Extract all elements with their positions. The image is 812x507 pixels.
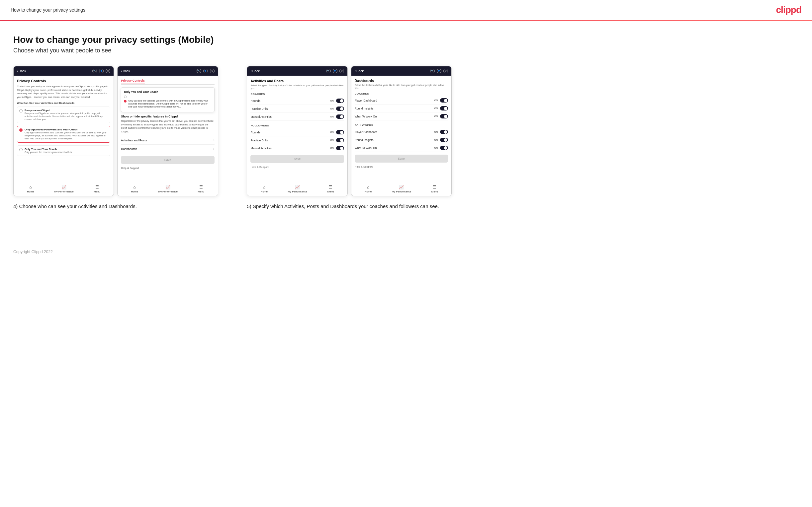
roundins-label-f: Round Insights xyxy=(355,138,373,142)
radio-only-you[interactable]: Only You and Your Coach Only you and the… xyxy=(17,145,110,156)
screen3-icons: 🔍 👤 ⚙ xyxy=(326,69,344,73)
screen1-body: Privacy Controls Control how you and you… xyxy=(14,76,114,182)
person-icon-2[interactable]: 👤 xyxy=(203,69,208,73)
workOn-toggle-f[interactable] xyxy=(440,146,448,150)
followers-header-3: FOLLOWERS xyxy=(250,124,344,127)
screen4-nav-home[interactable]: ⌂ Home xyxy=(365,185,372,193)
screen2-nav-menu[interactable]: ☰ Menu xyxy=(198,185,204,193)
workOn-label-f: What To Work On xyxy=(355,146,377,150)
page-subheading: Choose what you want people to see xyxy=(13,47,452,54)
screen2-save-btn[interactable]: Save xyxy=(121,156,214,164)
rounds-on-f: ON xyxy=(330,131,334,133)
screen3-nav-perf[interactable]: 📈 My Performance xyxy=(288,185,307,193)
search-icon-4[interactable]: 🔍 xyxy=(430,69,435,73)
screen1-desc: Control how you and your data appears to… xyxy=(17,85,110,99)
roundins-label-c: Round Insights xyxy=(355,107,373,110)
tab-bar: Privacy Controls xyxy=(121,79,214,84)
tab-privacy-controls[interactable]: Privacy Controls xyxy=(121,79,145,84)
popup-title: Only You and Your Coach xyxy=(124,90,211,94)
info-text: Regardless of the privacy controls that … xyxy=(121,119,214,133)
rounds-toggle-f[interactable] xyxy=(336,130,344,134)
page-heading: How to change your privacy settings (Mob… xyxy=(13,35,452,45)
screen3-back[interactable]: ‹ Back xyxy=(250,69,260,73)
list-activities-label: Activities and Posts xyxy=(121,139,147,142)
caption-group2-text: 5) Specify which Activities, Posts and D… xyxy=(247,203,452,210)
screen1-nav-perf[interactable]: 📈 My Performance xyxy=(54,185,74,193)
screen2-help: Help & Support xyxy=(121,167,214,170)
drills-toggle-f[interactable] xyxy=(336,138,344,143)
activities-desc: Select the types of activity that you'd … xyxy=(250,84,344,90)
radio-approved[interactable]: Only Approved Followers and Your Coach O… xyxy=(17,126,110,143)
radio-circle-approved xyxy=(19,128,22,132)
menu-icon-3: ☰ xyxy=(329,185,333,189)
screen4-nav-perf[interactable]: 📈 My Performance xyxy=(392,185,411,193)
playerdash-toggle-f[interactable] xyxy=(440,130,448,134)
person-icon[interactable]: 👤 xyxy=(99,69,104,73)
rounds-on-c: ON xyxy=(330,100,334,102)
screen3-help: Help & Support xyxy=(250,166,344,169)
search-icon-2[interactable]: 🔍 xyxy=(197,69,201,73)
playerdash-toggle-c[interactable] xyxy=(440,98,448,103)
screen1-back[interactable]: ‹ Back xyxy=(17,69,26,73)
screen1-nav-home[interactable]: ⌂ Home xyxy=(27,185,34,193)
screen2-nav-menu-label: Menu xyxy=(198,190,204,193)
list-item-dashboards[interactable]: Dashboards › xyxy=(121,145,214,153)
person-icon-3[interactable]: 👤 xyxy=(333,69,338,73)
manual-toggle-f[interactable] xyxy=(336,146,344,150)
caption-group-left: ‹ Back 🔍 👤 ⚙ Privacy Controls Control ho… xyxy=(13,66,218,210)
settings-icon-2[interactable]: ⚙ xyxy=(210,69,214,73)
screen2-topbar: ‹ Back 🔍 👤 ⚙ xyxy=(117,66,217,76)
person-icon-4[interactable]: 👤 xyxy=(437,69,441,73)
screen3-save-btn[interactable]: Save xyxy=(250,155,344,163)
list-item-activities[interactable]: Activities and Posts › xyxy=(121,136,214,145)
settings-icon[interactable]: ⚙ xyxy=(106,69,110,73)
screen2-nav-home[interactable]: ⌂ Home xyxy=(131,185,138,193)
toggle-manual-followers: Manual Activities ON xyxy=(250,144,344,152)
screen3-nav-menu[interactable]: ☰ Menu xyxy=(327,185,334,193)
screen3-nav-home[interactable]: ⌂ Home xyxy=(261,185,268,193)
search-icon[interactable]: 🔍 xyxy=(92,69,97,73)
toggle-manual-coaches: Manual Activities ON xyxy=(250,113,344,121)
toggle-drills-followers: Practice Drills ON xyxy=(250,136,344,144)
drills-toggle-c[interactable] xyxy=(336,107,344,111)
dashboards-title: Dashboards xyxy=(355,79,448,82)
rounds-toggle-c[interactable] xyxy=(336,99,344,103)
toggle-workOn-coaches: What To Work On ON xyxy=(355,112,448,120)
workOn-label-c: What To Work On xyxy=(355,115,377,118)
manual-on-c: ON xyxy=(330,115,334,118)
settings-icon-4[interactable]: ⚙ xyxy=(443,69,448,73)
drills-on-c: ON xyxy=(330,108,334,110)
activities-title: Activities and Posts xyxy=(250,79,344,83)
radio-label-everyone: Everyone on Clippd xyxy=(24,109,108,112)
screen2-nav-perf[interactable]: 📈 My Performance xyxy=(158,185,178,193)
radio-everyone[interactable]: Everyone on Clippd Everyone on Clippd ca… xyxy=(17,107,110,123)
screen3-nav-menu-label: Menu xyxy=(327,190,334,193)
screen1-nav-menu-label: Menu xyxy=(94,190,100,193)
screen4-help: Help & Support xyxy=(355,165,448,168)
menu-icon-2: ☰ xyxy=(199,185,203,189)
home-icon: ⌂ xyxy=(29,185,32,189)
toggle-rounds-followers: Rounds ON xyxy=(250,128,344,136)
manual-toggle-c[interactable] xyxy=(336,114,344,119)
screen2-nav-perf-label: My Performance xyxy=(158,190,178,193)
menu-icon-4: ☰ xyxy=(433,185,437,189)
search-icon-3[interactable]: 🔍 xyxy=(326,69,331,73)
screen4-save-btn[interactable]: Save xyxy=(355,155,448,163)
screen4-back[interactable]: ‹ Back xyxy=(355,69,364,73)
chart-icon: 📈 xyxy=(61,185,66,189)
screen3-nav-perf-label: My Performance xyxy=(288,190,307,193)
toggle-workOn-followers: What To Work On ON xyxy=(355,144,448,152)
screen1-nav-menu[interactable]: ☰ Menu xyxy=(94,185,100,193)
info-title: Show or hide specific features in Clippd xyxy=(121,115,214,118)
manual-label-c: Manual Activities xyxy=(250,115,271,118)
screen4-nav-menu[interactable]: ☰ Menu xyxy=(432,185,438,193)
screen2-back[interactable]: ‹ Back xyxy=(121,69,130,73)
workOn-toggle-c[interactable] xyxy=(440,114,448,118)
caption-group1-text: 4) Choose who can see your Activities an… xyxy=(13,203,218,210)
toggle-drills-coaches: Practice Drills ON xyxy=(250,105,344,113)
settings-icon-3[interactable]: ⚙ xyxy=(340,69,344,73)
screen2-bottom-bar: ⌂ Home 📈 My Performance ☰ Menu xyxy=(117,182,217,196)
roundins-toggle-f[interactable] xyxy=(440,138,448,142)
menu-icon: ☰ xyxy=(95,185,99,189)
roundins-toggle-c[interactable] xyxy=(440,106,448,111)
